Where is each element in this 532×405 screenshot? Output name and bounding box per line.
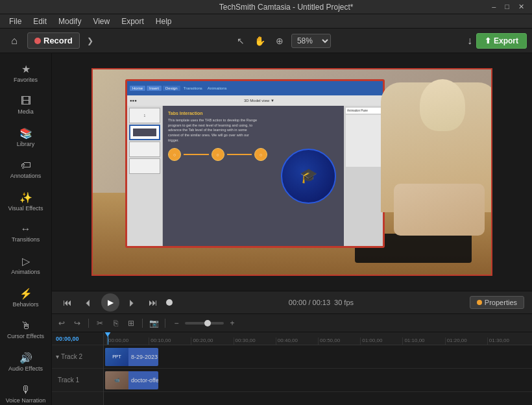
next-frame-button[interactable]: ⏵: [125, 295, 140, 310]
preview-canvas[interactable]: Home Insert Design Transitions Animation…: [91, 68, 492, 276]
menu-file[interactable]: File: [4, 16, 27, 27]
ruler-mark: 00:50,00: [318, 338, 360, 345]
home-icon: ⌂: [11, 35, 18, 47]
ruler-mark: 01:00,00: [360, 338, 402, 345]
track-2-row[interactable]: PPT 8-29-2023 1: [104, 345, 532, 369]
animations-icon: ▷: [22, 255, 30, 267]
minimize-button[interactable]: –: [489, 3, 498, 11]
split-button[interactable]: ⊞: [125, 317, 137, 329]
zoom-controls: − +: [171, 317, 238, 329]
audio-icon: 🔊: [19, 352, 32, 364]
playhead-head: [104, 332, 111, 337]
play-button[interactable]: ▶: [101, 293, 119, 312]
timeline-area: ↩ ↪ ✂ ⎘ ⊞ 📷 − +: [52, 314, 532, 405]
library-icon: 📚: [19, 127, 32, 140]
cursor-icon: 🖱: [21, 320, 31, 332]
sidebar-item-label: Voice Narration: [6, 398, 46, 404]
track-1-clip[interactable]: 📹 doctor-offe: [105, 371, 158, 389]
sidebar-item-label: Library: [17, 141, 35, 148]
window-controls[interactable]: – □ ✕: [489, 3, 527, 11]
controls-bar: ⏮ ⏴ ▶ ⏵ ⏭ 00:00 / 00:13 30 fps Propertie…: [52, 291, 532, 314]
ruler-mark: 00:10,00: [149, 338, 191, 345]
toolbar-center: ↖ ✋ ⊕ 58% 100% 50% 25%: [102, 33, 462, 49]
undo-button[interactable]: ↩: [56, 317, 67, 329]
sidebar-item-visual-effects[interactable]: ✨ Visual Effects: [3, 186, 49, 217]
select-tool-button[interactable]: ↖: [233, 33, 248, 49]
sidebar-item-cursor-effects[interactable]: 🖱 Cursor Effects: [3, 315, 49, 345]
sidebar-item-media[interactable]: 🎞 Media: [3, 90, 49, 121]
close-button[interactable]: ✕: [516, 3, 527, 11]
visual-effects-icon: ✨: [19, 191, 32, 204]
sidebar-item-label: Behaviors: [12, 302, 38, 308]
snapshot-button[interactable]: 📷: [148, 317, 160, 329]
prev-frame-button[interactable]: ⏴: [80, 295, 96, 310]
menu-edit[interactable]: Edit: [28, 16, 52, 27]
menu-modify[interactable]: Modify: [53, 16, 86, 27]
track-1-row[interactable]: 📹 doctor-offe: [104, 369, 532, 392]
skip-back-button[interactable]: ⏮: [60, 295, 75, 310]
skip-forward-button[interactable]: ⏭: [145, 295, 161, 310]
timeline-content: 00:00,00 ▾ Track 2 Track 1: [52, 332, 532, 405]
sidebar-item-transitions[interactable]: ↔ Transitions: [3, 218, 49, 249]
zoom-slider[interactable]: [185, 322, 224, 325]
move-tool-button[interactable]: ✋: [252, 33, 268, 49]
zoom-in-button[interactable]: +: [226, 317, 238, 329]
sidebar-item-label: Animations: [11, 269, 40, 276]
menu-help[interactable]: Help: [151, 16, 177, 27]
media-icon: 🎞: [21, 95, 31, 107]
export-button[interactable]: ⬆ Export: [476, 33, 527, 49]
zoom-slider-thumb[interactable]: [204, 320, 211, 326]
ruler-marks: 00:00,00 00:10,00 00:20,00 00:30,00 00:4…: [106, 338, 529, 345]
sidebar-item-label: Transitions: [12, 237, 40, 243]
menu-bar: File Edit Modify View Export Help: [0, 14, 532, 29]
star-icon: ★: [21, 63, 30, 75]
transport-controls: ⏮ ⏴ ▶ ⏵ ⏭: [60, 293, 173, 312]
download-icon[interactable]: ↓: [467, 35, 472, 47]
track-2-clip[interactable]: PPT 8-29-2023 1: [105, 348, 158, 366]
redo-button[interactable]: ↪: [71, 317, 83, 329]
ruler-mark: 00:30,00: [234, 338, 276, 345]
sidebar-item-animations[interactable]: ▷ Animations: [3, 250, 49, 281]
menu-view[interactable]: View: [88, 16, 115, 27]
sidebar-item-label: Cursor Effects: [7, 334, 44, 340]
record-label: Record: [43, 36, 73, 45]
toolbar-separator: [165, 319, 165, 328]
title-bar-title: TechSmith Camtasia - Untitled Project*: [83, 3, 489, 12]
properties-button[interactable]: Properties: [470, 296, 524, 309]
ppt-title: Tabs Interaction: [168, 111, 267, 116]
zoom-select[interactable]: 58% 100% 50% 25%: [291, 34, 331, 48]
sidebar-item-label: Media: [18, 109, 34, 116]
toolbar-separator: [142, 319, 143, 328]
zoom-out-button[interactable]: −: [171, 317, 182, 329]
record-arrow-button[interactable]: ❯: [84, 34, 97, 47]
track-collapse-2[interactable]: ▾: [56, 353, 59, 360]
sidebar-item-library[interactable]: 📚 Library: [3, 122, 49, 153]
content-area: Home Insert Design Transitions Animation…: [52, 53, 532, 405]
copy-button[interactable]: ⎘: [110, 317, 121, 329]
sidebar-item-label: Audio Effects: [8, 366, 43, 373]
sidebar-item-behaviors[interactable]: ⚡ Behaviors: [3, 282, 49, 313]
track-2-clip-label: 8-29-2023 1: [128, 354, 158, 360]
toolbar: ⌂ Record ❯ ↖ ✋ ⊕ 58% 100% 50% 25% ↓ ⬆ Ex…: [0, 29, 532, 53]
maximize-button[interactable]: □: [502, 3, 512, 11]
behaviors-icon: ⚡: [19, 288, 32, 300]
home-button[interactable]: ⌂: [5, 32, 23, 50]
toolbar-left: ⌂ Record ❯: [5, 32, 97, 50]
scrubber-handle[interactable]: [166, 299, 173, 306]
track-1-label: Track 1: [52, 369, 103, 392]
sidebar-item-label: Visual Effects: [8, 206, 43, 212]
timeline-tracks[interactable]: 00:00,00 00:10,00 00:20,00 00:30,00 00:4…: [104, 332, 532, 405]
track-header: 00:00,00: [52, 332, 103, 345]
ruler-mark: 01:30,00: [487, 338, 529, 345]
menu-export[interactable]: Export: [116, 16, 149, 27]
sidebar: ★ Favorites 🎞 Media 📚 Library 🏷 Annotati…: [0, 53, 52, 405]
sidebar-item-audio-effects[interactable]: 🔊 Audio Effects: [3, 347, 49, 378]
transitions-icon: ↔: [21, 223, 31, 235]
sidebar-item-voice-narration[interactable]: 🎙 Voice Narration: [3, 379, 49, 405]
zoom-tool-button[interactable]: ⊕: [272, 33, 287, 49]
playhead[interactable]: [108, 332, 108, 345]
sidebar-item-annotations[interactable]: 🏷 Annotations: [3, 154, 49, 185]
cut-button[interactable]: ✂: [94, 317, 106, 329]
sidebar-item-favorites[interactable]: ★ Favorites: [3, 58, 49, 89]
record-button[interactable]: Record: [27, 32, 80, 49]
